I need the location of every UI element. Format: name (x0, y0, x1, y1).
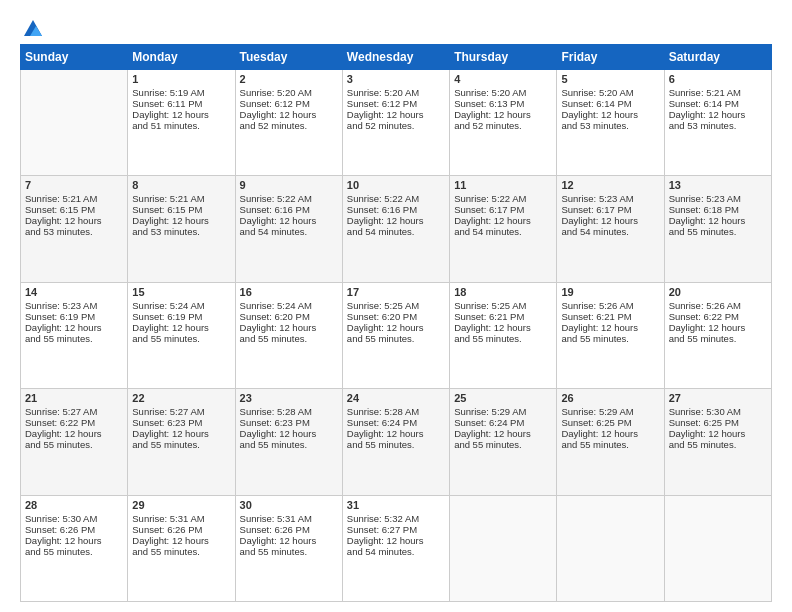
day-info: Sunset: 6:20 PM (347, 311, 445, 322)
day-header-thursday: Thursday (450, 45, 557, 70)
day-header-sunday: Sunday (21, 45, 128, 70)
day-info: Sunset: 6:21 PM (561, 311, 659, 322)
day-number: 5 (561, 73, 659, 85)
page: SundayMondayTuesdayWednesdayThursdayFrid… (0, 0, 792, 612)
day-info: and 55 minutes. (454, 439, 552, 450)
calendar-cell: 6Sunrise: 5:21 AMSunset: 6:14 PMDaylight… (664, 70, 771, 176)
day-info: Daylight: 12 hours (347, 535, 445, 546)
day-info: Daylight: 12 hours (454, 322, 552, 333)
calendar-week-3: 14Sunrise: 5:23 AMSunset: 6:19 PMDayligh… (21, 282, 772, 388)
day-info: Sunrise: 5:30 AM (669, 406, 767, 417)
day-info: Sunrise: 5:25 AM (454, 300, 552, 311)
day-info: and 53 minutes. (669, 120, 767, 131)
day-info: Sunrise: 5:22 AM (347, 193, 445, 204)
day-info: Daylight: 12 hours (240, 322, 338, 333)
day-info: Daylight: 12 hours (454, 109, 552, 120)
day-info: and 55 minutes. (561, 439, 659, 450)
calendar-cell: 10Sunrise: 5:22 AMSunset: 6:16 PMDayligh… (342, 176, 449, 282)
day-number: 14 (25, 286, 123, 298)
calendar-header-row: SundayMondayTuesdayWednesdayThursdayFrid… (21, 45, 772, 70)
calendar-cell: 8Sunrise: 5:21 AMSunset: 6:15 PMDaylight… (128, 176, 235, 282)
day-number: 30 (240, 499, 338, 511)
calendar-cell: 28Sunrise: 5:30 AMSunset: 6:26 PMDayligh… (21, 495, 128, 601)
day-info: Sunset: 6:15 PM (132, 204, 230, 215)
day-info: Sunrise: 5:28 AM (347, 406, 445, 417)
day-info: Sunset: 6:23 PM (132, 417, 230, 428)
day-info: and 55 minutes. (347, 333, 445, 344)
day-info: and 55 minutes. (132, 333, 230, 344)
day-info: and 55 minutes. (669, 226, 767, 237)
calendar-cell: 11Sunrise: 5:22 AMSunset: 6:17 PMDayligh… (450, 176, 557, 282)
day-info: and 55 minutes. (25, 333, 123, 344)
day-info: Sunset: 6:16 PM (347, 204, 445, 215)
day-info: Daylight: 12 hours (132, 535, 230, 546)
day-info: Daylight: 12 hours (561, 215, 659, 226)
day-info: Sunset: 6:25 PM (669, 417, 767, 428)
calendar-cell: 14Sunrise: 5:23 AMSunset: 6:19 PMDayligh… (21, 282, 128, 388)
day-info: Sunrise: 5:23 AM (25, 300, 123, 311)
day-info: Sunrise: 5:24 AM (132, 300, 230, 311)
calendar-cell: 25Sunrise: 5:29 AMSunset: 6:24 PMDayligh… (450, 389, 557, 495)
calendar-cell: 21Sunrise: 5:27 AMSunset: 6:22 PMDayligh… (21, 389, 128, 495)
day-number: 4 (454, 73, 552, 85)
day-number: 3 (347, 73, 445, 85)
day-info: Daylight: 12 hours (240, 535, 338, 546)
calendar-cell: 22Sunrise: 5:27 AMSunset: 6:23 PMDayligh… (128, 389, 235, 495)
day-info: Daylight: 12 hours (240, 428, 338, 439)
day-info: and 52 minutes. (347, 120, 445, 131)
day-number: 10 (347, 179, 445, 191)
day-number: 27 (669, 392, 767, 404)
day-info: Sunset: 6:26 PM (25, 524, 123, 535)
day-info: Daylight: 12 hours (669, 109, 767, 120)
day-number: 29 (132, 499, 230, 511)
day-info: and 53 minutes. (561, 120, 659, 131)
calendar-cell: 7Sunrise: 5:21 AMSunset: 6:15 PMDaylight… (21, 176, 128, 282)
day-info: Sunset: 6:22 PM (25, 417, 123, 428)
calendar-cell (664, 495, 771, 601)
day-info: Sunset: 6:22 PM (669, 311, 767, 322)
day-info: Daylight: 12 hours (25, 428, 123, 439)
day-info: Sunset: 6:23 PM (240, 417, 338, 428)
day-info: Sunset: 6:27 PM (347, 524, 445, 535)
logo (20, 18, 44, 36)
calendar-cell: 16Sunrise: 5:24 AMSunset: 6:20 PMDayligh… (235, 282, 342, 388)
calendar-cell: 23Sunrise: 5:28 AMSunset: 6:23 PMDayligh… (235, 389, 342, 495)
day-info: Sunset: 6:17 PM (561, 204, 659, 215)
calendar-cell (557, 495, 664, 601)
day-info: Daylight: 12 hours (561, 428, 659, 439)
calendar-cell (450, 495, 557, 601)
day-info: Sunrise: 5:29 AM (561, 406, 659, 417)
day-info: Sunset: 6:25 PM (561, 417, 659, 428)
day-info: Daylight: 12 hours (25, 535, 123, 546)
day-info: Sunrise: 5:29 AM (454, 406, 552, 417)
day-info: and 55 minutes. (347, 439, 445, 450)
day-number: 23 (240, 392, 338, 404)
day-info: Daylight: 12 hours (669, 322, 767, 333)
day-info: and 55 minutes. (132, 439, 230, 450)
day-info: Sunrise: 5:21 AM (25, 193, 123, 204)
day-info: Sunrise: 5:26 AM (561, 300, 659, 311)
day-info: Daylight: 12 hours (669, 215, 767, 226)
day-header-tuesday: Tuesday (235, 45, 342, 70)
day-info: Sunrise: 5:32 AM (347, 513, 445, 524)
day-info: and 54 minutes. (561, 226, 659, 237)
day-info: Sunset: 6:26 PM (240, 524, 338, 535)
day-info: Sunrise: 5:27 AM (25, 406, 123, 417)
day-info: Daylight: 12 hours (454, 215, 552, 226)
day-number: 19 (561, 286, 659, 298)
day-number: 2 (240, 73, 338, 85)
calendar-cell: 26Sunrise: 5:29 AMSunset: 6:25 PMDayligh… (557, 389, 664, 495)
day-number: 7 (25, 179, 123, 191)
day-info: Daylight: 12 hours (347, 322, 445, 333)
day-info: Sunset: 6:21 PM (454, 311, 552, 322)
day-info: and 55 minutes. (669, 439, 767, 450)
day-number: 21 (25, 392, 123, 404)
day-info: Daylight: 12 hours (240, 109, 338, 120)
day-info: Sunset: 6:24 PM (454, 417, 552, 428)
day-info: Sunset: 6:12 PM (240, 98, 338, 109)
calendar-cell: 1Sunrise: 5:19 AMSunset: 6:11 PMDaylight… (128, 70, 235, 176)
day-info: and 54 minutes. (454, 226, 552, 237)
day-info: Sunset: 6:20 PM (240, 311, 338, 322)
day-info: Sunset: 6:19 PM (132, 311, 230, 322)
day-number: 25 (454, 392, 552, 404)
